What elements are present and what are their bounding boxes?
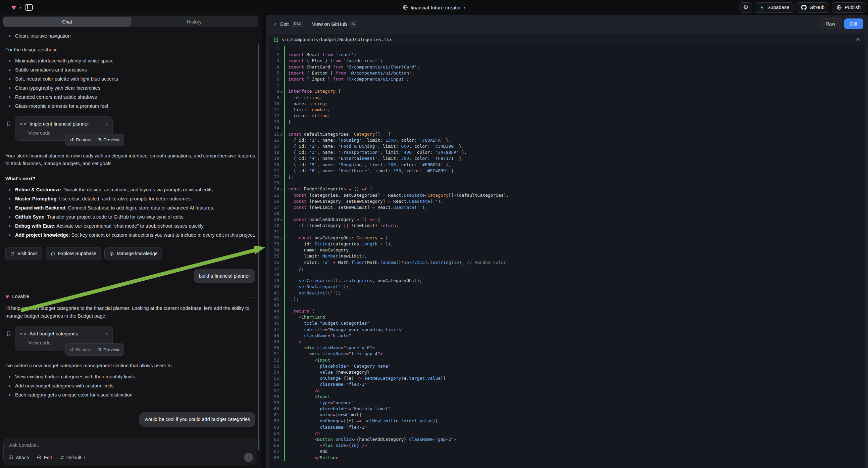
fold-column xyxy=(279,101,284,107)
code-line: 42 }; xyxy=(269,296,865,302)
visit-docs-button[interactable]: Visit docs xyxy=(5,247,42,260)
fold-column xyxy=(279,125,284,131)
diff-added-bar xyxy=(284,180,285,186)
lovable-logo[interactable]: ♥ xyxy=(11,3,16,11)
fold-chevron-icon[interactable] xyxy=(280,218,283,221)
user-message: would be cool if you could add budget ca… xyxy=(139,412,255,427)
fold-column xyxy=(279,406,284,412)
code-view-header: ‹ Exit ESC View on GitHub G Raw Diff xyxy=(266,15,868,33)
external-link-icon xyxy=(97,138,101,142)
code-line: 20 { id: '5', name: 'Shopping', limit: 2… xyxy=(269,162,865,168)
fold-chevron-icon[interactable] xyxy=(280,90,283,93)
version-title: Implement financial planner xyxy=(30,120,103,128)
fold-column xyxy=(279,363,284,369)
code-line: 25 const [categories, setCategories] = R… xyxy=(269,193,865,198)
settings-button[interactable]: ⚙ xyxy=(740,2,752,13)
project-selector[interactable]: financial-future-creator ▾ xyxy=(403,0,466,15)
exit-button[interactable]: Exit xyxy=(280,21,288,27)
restore-button[interactable]: ↺Restore xyxy=(70,346,92,353)
fold-column xyxy=(279,375,284,381)
diff-added-bar xyxy=(284,193,285,198)
code-line: 32 const newCategoryObj: Category = { xyxy=(269,235,865,241)
collapse-chevron-up-icon[interactable] xyxy=(856,38,860,42)
added-bullet-list: View existing budget categories with the… xyxy=(5,373,255,399)
bullet-dot xyxy=(9,216,10,218)
tab-chat[interactable]: Chat xyxy=(3,17,131,27)
attach-button[interactable]: Attach xyxy=(8,455,29,460)
prompt-input[interactable] xyxy=(9,442,237,451)
fold-column xyxy=(279,247,284,253)
fold-chevron-icon[interactable] xyxy=(280,237,283,239)
logo-chevron-down-icon[interactable]: ▾ xyxy=(20,5,22,10)
edit-button[interactable]: Edit xyxy=(37,455,52,460)
bullet-dot xyxy=(9,198,10,200)
line-number: 45 xyxy=(269,314,279,320)
file-header[interactable]: src/components/budget/BudgetCategories.t… xyxy=(269,34,865,45)
bullet-dot xyxy=(9,394,10,396)
fold-chevron-icon[interactable] xyxy=(280,188,283,191)
list-item: Subtle animations and transitions xyxy=(5,66,255,74)
diff-added-bar xyxy=(284,107,285,113)
view-on-github-button[interactable]: View on GitHub xyxy=(312,21,347,27)
diff-added-bar xyxy=(284,339,285,345)
code-body: 12import React from 'react';3import { Pl… xyxy=(269,45,865,461)
restore-button[interactable]: ↺Restore xyxy=(70,136,92,144)
manage-knowledge-button[interactable]: Manage knowledge xyxy=(104,247,162,260)
line-number: 30 xyxy=(269,223,279,229)
line-number: 24 xyxy=(269,186,279,192)
code-line: 4import ChartCard from '@/components/ui/… xyxy=(269,64,865,70)
diff-added-bar xyxy=(284,448,285,455)
sidebar-toggle-icon[interactable] xyxy=(25,4,33,11)
diff-added-bar xyxy=(284,260,285,266)
list-item: Soft, neutral color palette with light b… xyxy=(5,75,255,83)
code-line: 21 { id: '6', name: 'Healthcare', limit:… xyxy=(269,168,865,174)
diff-added-bar xyxy=(284,113,285,119)
tab-history[interactable]: History xyxy=(131,17,258,27)
diff-added-bar xyxy=(284,64,285,70)
chat-scrollbar[interactable] xyxy=(258,44,259,450)
code-line: 61 value={newLimit} xyxy=(269,412,865,418)
github-button[interactable]: GitHub xyxy=(797,2,829,13)
chevron-right-icon: › xyxy=(106,330,108,338)
code-line: 47 subtitle="Manage your spending limits… xyxy=(269,327,865,333)
line-number: 49 xyxy=(269,339,279,345)
bullet-dot xyxy=(9,96,10,98)
chat-history-tabbar: Chat History xyxy=(3,16,258,27)
version-card-add-budget-categories[interactable]: < > Add budget categories › View code ↺R… xyxy=(15,326,113,351)
list-item: Glass-morphic elements for a premium fee… xyxy=(5,103,255,110)
arrow-up-icon: ↑ xyxy=(247,455,250,460)
version-card-implement-financial-planner[interactable]: < > Implement financial planner › View c… xyxy=(15,116,113,141)
preview-button[interactable]: Preview xyxy=(97,346,119,353)
message-more-button[interactable]: ... xyxy=(249,293,255,300)
fold-column xyxy=(279,448,284,455)
line-number: 25 xyxy=(269,193,279,198)
bullet-dot xyxy=(9,189,10,191)
esc-kbd-badge: ESC xyxy=(292,21,303,27)
fold-column xyxy=(279,277,284,284)
chevron-right-icon: › xyxy=(106,120,108,128)
explore-supabase-button[interactable]: Explore Supabase xyxy=(45,247,101,260)
preview-button[interactable]: Preview xyxy=(97,136,119,144)
diff-toggle-button[interactable]: Diff xyxy=(844,19,864,29)
raw-toggle-button[interactable]: Raw xyxy=(820,19,841,29)
chevron-left-icon[interactable]: ‹ xyxy=(274,20,276,28)
external-link-icon xyxy=(97,348,101,352)
supabase-button[interactable]: Supabase xyxy=(755,2,794,13)
diff-added-bar xyxy=(284,95,285,101)
line-number: 19 xyxy=(269,155,279,162)
bullet-dot xyxy=(9,35,10,37)
mode-selector[interactable]: Default ▾ xyxy=(59,455,86,460)
version-actions-pill: ↺Restore Preview xyxy=(65,134,124,146)
send-button[interactable]: ↑ xyxy=(244,453,253,462)
fold-chevron-icon[interactable] xyxy=(280,133,283,135)
list-item: Clean typography with clear hierarchies xyxy=(5,84,255,92)
fold-column xyxy=(279,223,284,229)
code-line: 1 xyxy=(269,46,865,52)
diff-added-bar xyxy=(284,320,285,326)
code-view-panel: ‹ Exit ESC View on GitHub G Raw Diff src… xyxy=(266,15,868,468)
publish-button[interactable]: Publish xyxy=(832,2,865,13)
version-card-1-wrap: < > Implement financial planner › View c… xyxy=(5,116,255,141)
fold-column xyxy=(279,119,284,125)
design-heading: For the design aesthetic: xyxy=(5,46,255,54)
fold-column xyxy=(279,284,284,290)
